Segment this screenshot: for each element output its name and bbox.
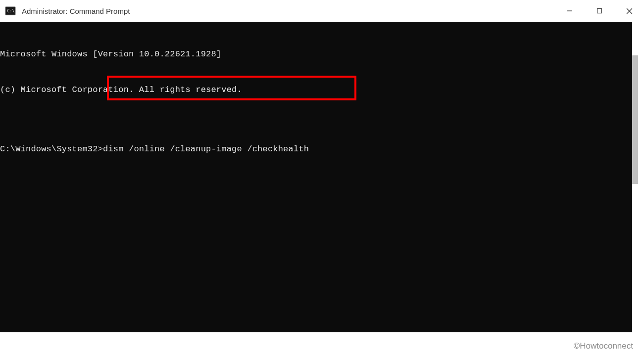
window-controls — [555, 0, 644, 22]
close-button[interactable] — [614, 0, 644, 22]
terminal-line: (c) Microsoft Corporation. All rights re… — [0, 84, 632, 96]
close-icon — [626, 8, 633, 14]
terminal-line: C:\Windows\System32>dism /online /cleanu… — [0, 143, 632, 155]
svg-text:C:\_: C:\_ — [7, 8, 16, 13]
window-title: Administrator: Command Prompt — [22, 7, 130, 15]
watermark-text: ©Howtoconnect — [574, 341, 633, 351]
terminal-line: Microsoft Windows [Version 10.0.22621.19… — [0, 48, 632, 60]
titlebar[interactable]: C:\_ Administrator: Command Prompt — [0, 0, 644, 22]
minimize-button[interactable] — [555, 0, 585, 22]
terminal[interactable]: Microsoft Windows [Version 10.0.22621.19… — [0, 22, 632, 332]
maximize-button[interactable] — [585, 0, 614, 22]
svg-rect-3 — [597, 9, 602, 13]
maximize-icon — [596, 8, 602, 14]
minimize-icon — [567, 8, 573, 14]
scrollbar-thumb[interactable] — [632, 55, 638, 184]
command-prompt-window: C:\_ Administrator: Command Prompt Micro… — [0, 0, 644, 357]
cmd-icon: C:\_ — [5, 5, 16, 16]
vertical-scrollbar[interactable] — [632, 44, 638, 354]
terminal-area: Microsoft Windows [Version 10.0.22621.19… — [0, 22, 644, 357]
